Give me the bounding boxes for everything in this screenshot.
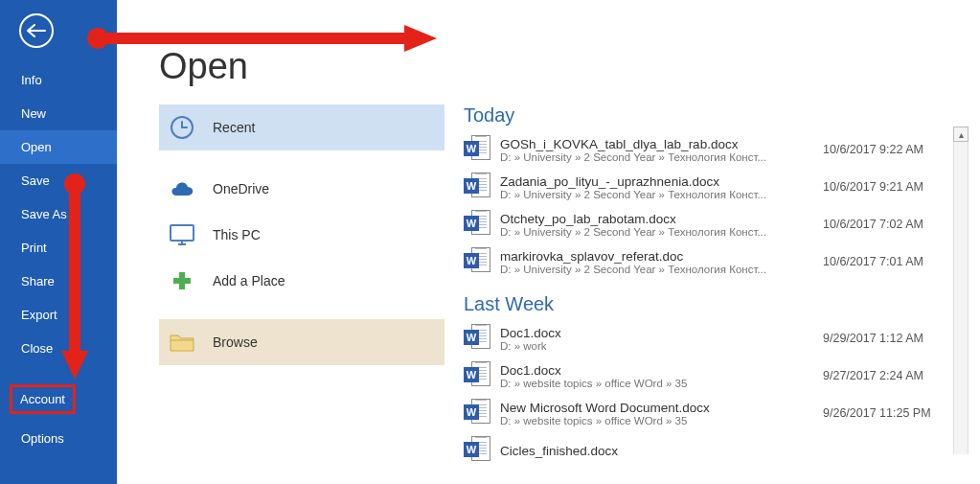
file-item[interactable]: W Cicles_finished.docx (464, 431, 946, 469)
file-name: Otchety_po_lab_rabotam.docx (500, 212, 813, 226)
source-recent[interactable]: Recent (159, 104, 444, 150)
source-thispc[interactable]: This PC (159, 212, 444, 258)
file-item[interactable]: W markirovka_splavov_referat.doc D: » Un… (464, 242, 946, 280)
word-doc-icon: W (464, 135, 492, 164)
backstage-main: Open Recent OneDrive This PC (117, 0, 980, 484)
word-doc-icon: W (464, 247, 492, 276)
file-path: D: » University » 2 Second Year » Технол… (500, 264, 813, 275)
file-item[interactable]: W GOSh_i_KOVKA_tabl_dlya_lab_rab.docx D:… (464, 130, 946, 168)
file-path: D: » work (500, 340, 813, 352)
clock-icon (169, 114, 195, 141)
nav-close[interactable]: Close (0, 332, 117, 365)
page-title: Open (159, 46, 980, 87)
file-date: 10/6/2017 7:02 AM (823, 218, 946, 231)
file-item[interactable]: W Otchety_po_lab_rabotam.docx D: » Unive… (464, 205, 946, 242)
source-addplace[interactable]: Add a Place (159, 258, 444, 304)
file-date: 9/27/2017 2:24 AM (823, 369, 946, 382)
source-onedrive-label: OneDrive (213, 181, 269, 196)
open-sources: Recent OneDrive This PC Add a Place (159, 104, 444, 469)
word-doc-icon: W (464, 210, 492, 239)
svg-rect-3 (171, 225, 194, 241)
file-path: D: » website topics » office WOrd » 35 (500, 378, 813, 389)
file-path: D: » University » 2 Second Year » Технол… (500, 151, 813, 163)
folder-icon (169, 329, 195, 356)
word-doc-icon: W (464, 436, 492, 465)
file-date: 10/6/2017 9:22 AM (823, 143, 946, 156)
recent-files: Today W GOSh_i_KOVKA_tabl_dlya_lab_rab.d… (464, 104, 980, 469)
word-doc-icon: W (464, 399, 492, 427)
source-addplace-label: Add a Place (213, 273, 285, 288)
nav-options[interactable]: Options (0, 422, 117, 455)
file-date: 10/6/2017 7:01 AM (823, 255, 946, 268)
word-doc-icon: W (464, 324, 492, 353)
nav-print[interactable]: Print (0, 231, 117, 265)
back-button[interactable] (19, 13, 54, 48)
source-thispc-label: This PC (213, 227, 261, 242)
file-path: D: » University » 2 Second Year » Технол… (500, 226, 813, 238)
file-name: Doc1.docx (500, 363, 813, 378)
group-lastweek: Last Week (464, 293, 946, 315)
source-browse[interactable]: Browse (159, 319, 444, 365)
file-name: Doc1.docx (500, 326, 813, 340)
nav-new[interactable]: New (0, 97, 117, 130)
file-name: Cicles_finished.docx (500, 444, 813, 458)
file-date: 9/26/2017 11:25 PM (823, 406, 946, 420)
nav-account[interactable]: Account (10, 384, 76, 414)
nav-share[interactable]: Share (0, 265, 117, 298)
file-item[interactable]: W New Microsoft Word Document.docx D: » … (464, 394, 946, 431)
file-item[interactable]: W Zadania_po_lityu_-_uprazhnenia.docx D:… (464, 168, 946, 205)
word-doc-icon: W (464, 173, 492, 201)
file-name: Zadania_po_lityu_-_uprazhnenia.docx (500, 174, 813, 189)
group-today: Today (464, 104, 946, 127)
nav-info[interactable]: Info (0, 63, 117, 97)
file-name: New Microsoft Word Document.docx (500, 401, 813, 415)
scrollbar[interactable]: ▴ (953, 127, 969, 472)
back-arrow-icon (27, 24, 46, 37)
source-onedrive[interactable]: OneDrive (159, 166, 444, 212)
nav-account-highlight: Account (0, 384, 117, 414)
file-item[interactable]: W Doc1.docx D: » website topics » office… (464, 357, 946, 394)
file-date: 10/6/2017 9:21 AM (823, 180, 946, 194)
nav-save-as[interactable]: Save As (0, 197, 117, 231)
scroll-up-icon[interactable]: ▴ (953, 127, 969, 142)
word-doc-icon: W (464, 361, 492, 390)
cloud-icon (169, 175, 195, 202)
source-recent-label: Recent (213, 120, 255, 135)
nav-save[interactable]: Save (0, 164, 117, 197)
source-browse-label: Browse (213, 334, 258, 350)
file-item[interactable]: W Doc1.docx D: » work 9/29/2017 1:12 AM (464, 319, 946, 357)
file-date: 9/29/2017 1:12 AM (823, 332, 946, 345)
file-name: markirovka_splavov_referat.doc (500, 249, 813, 264)
nav-open[interactable]: Open (0, 130, 117, 164)
file-path: D: » website topics » office WOrd » 35 (500, 415, 813, 426)
monitor-icon (169, 221, 195, 248)
plus-icon (169, 267, 195, 294)
scroll-track[interactable] (953, 142, 969, 454)
nav-export[interactable]: Export (0, 298, 117, 332)
backstage-nav: Info New Open Save Save As Print Share E… (0, 0, 117, 484)
file-name: GOSh_i_KOVKA_tabl_dlya_lab_rab.docx (500, 137, 813, 151)
file-path: D: » University » 2 Second Year » Технол… (500, 189, 813, 200)
